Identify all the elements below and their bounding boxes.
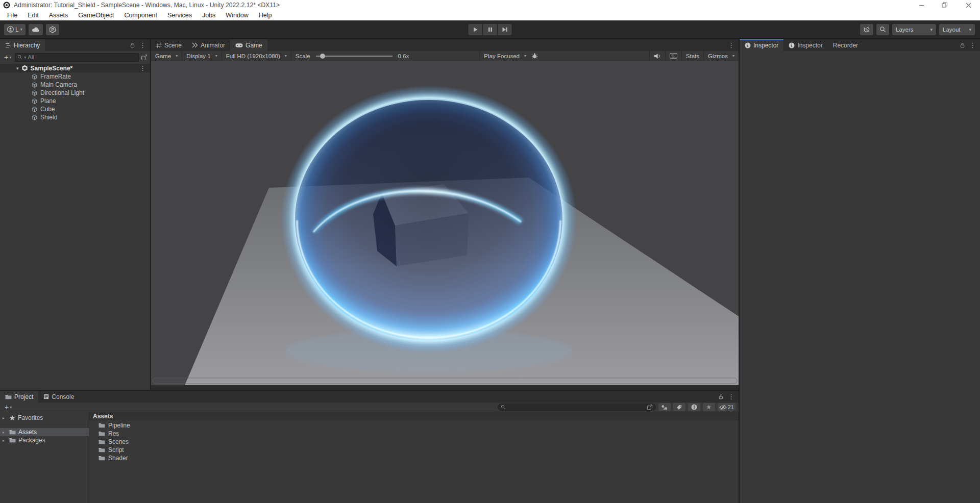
open-in-window-icon[interactable] bbox=[141, 54, 148, 61]
asset-folder-scenes[interactable]: Scenes bbox=[89, 438, 739, 446]
folder-icon bbox=[99, 447, 105, 452]
scene-header-row[interactable]: ▾ SampleScene* ⋮ bbox=[0, 64, 150, 72]
inspector-tabbar-tabs: InspectorInspectorRecorder bbox=[740, 39, 863, 51]
center-tabbar-tabs: SceneAnimatorGame bbox=[151, 39, 267, 51]
menu-assets[interactable]: Assets bbox=[44, 12, 74, 19]
layout-dropdown[interactable]: Layout ▾ bbox=[939, 24, 975, 35]
horizontal-scrollbar[interactable] bbox=[153, 378, 737, 384]
chevron-down-icon: ▾ bbox=[732, 54, 734, 58]
scale-slider-knob[interactable] bbox=[320, 54, 325, 59]
menu-component[interactable]: Component bbox=[119, 12, 162, 19]
close-button[interactable] bbox=[957, 0, 980, 10]
game-view-panel: SceneAnimatorGame ⋮ Game ▾ Display 1 ▾ F… bbox=[151, 39, 739, 390]
scale-slider[interactable] bbox=[316, 56, 393, 57]
menu-help[interactable]: Help bbox=[254, 12, 277, 19]
hierarchy-item-plane[interactable]: Plane bbox=[0, 97, 150, 105]
account-button[interactable]: L ▾ bbox=[4, 24, 26, 35]
minimize-button[interactable] bbox=[910, 0, 933, 10]
game-mode-dropdown[interactable]: Game ▾ bbox=[151, 51, 182, 61]
foldout-arrow-icon[interactable]: ▾ bbox=[16, 66, 19, 71]
tab-inspector[interactable]: Inspector bbox=[740, 39, 783, 51]
search-placeholder: All bbox=[28, 54, 34, 60]
menu-file[interactable]: File bbox=[2, 12, 22, 19]
project-search-input[interactable] bbox=[498, 404, 656, 411]
lock-icon[interactable] bbox=[718, 394, 724, 399]
kebab-menu-icon[interactable]: ⋮ bbox=[728, 42, 734, 48]
stats-button[interactable]: Stats bbox=[682, 51, 704, 61]
play-button[interactable] bbox=[469, 24, 482, 35]
project-tree-item-packages[interactable]: ▸Packages bbox=[0, 436, 89, 444]
debug-bug-icon[interactable] bbox=[531, 53, 538, 59]
menu-bar: FileEditAssetsGameObjectComponentService… bbox=[0, 10, 980, 20]
hierarchy-item-shield[interactable]: Shield bbox=[0, 113, 150, 121]
search-by-type-button[interactable] bbox=[658, 403, 671, 411]
foldout-arrow-icon[interactable]: ▸ bbox=[3, 416, 7, 420]
cube-icon bbox=[32, 82, 37, 88]
star-icon: ★ bbox=[706, 404, 712, 411]
search-by-import-log-button[interactable] bbox=[688, 403, 700, 411]
warning-circle-icon bbox=[691, 404, 697, 410]
kebab-menu-icon[interactable]: ⋮ bbox=[139, 65, 146, 71]
folder-icon bbox=[9, 430, 16, 435]
layers-dropdown[interactable]: Layers ▾ bbox=[892, 24, 936, 35]
search-everything-button[interactable] bbox=[876, 24, 889, 35]
hierarchy-search-input[interactable]: ▾ All bbox=[15, 53, 139, 62]
game-viewport[interactable] bbox=[151, 61, 739, 385]
kebab-menu-icon[interactable]: ⋮ bbox=[139, 42, 146, 48]
asset-folder-shader[interactable]: Shader bbox=[89, 454, 739, 462]
asset-folder-res[interactable]: Res bbox=[89, 430, 739, 438]
restore-button[interactable] bbox=[933, 0, 957, 10]
hidden-packages-count[interactable]: 21 bbox=[718, 403, 736, 411]
tab-label: Recorder bbox=[833, 42, 858, 49]
vsync-keyboard-button[interactable] bbox=[666, 51, 682, 61]
mute-audio-button[interactable] bbox=[649, 51, 666, 61]
cloud-button[interactable] bbox=[29, 24, 43, 35]
display-dropdown[interactable]: Display 1 ▾ bbox=[182, 51, 222, 61]
pause-button[interactable] bbox=[483, 24, 497, 35]
create-asset-button[interactable]: +▾ bbox=[3, 403, 13, 412]
menu-services[interactable]: Services bbox=[162, 12, 197, 19]
step-button[interactable] bbox=[498, 24, 512, 35]
kebab-menu-icon[interactable]: ⋮ bbox=[969, 42, 976, 48]
tab-game[interactable]: Game bbox=[230, 39, 267, 51]
lock-icon[interactable] bbox=[960, 42, 965, 48]
folder-icon bbox=[99, 431, 105, 436]
tab-animator[interactable]: Animator bbox=[187, 39, 230, 51]
lock-icon[interactable] bbox=[130, 42, 135, 48]
open-in-window-icon[interactable] bbox=[647, 404, 653, 410]
hierarchy-item-main-camera[interactable]: Main Camera bbox=[0, 81, 150, 89]
gizmos-dropdown[interactable]: Gizmos ▾ bbox=[704, 51, 739, 61]
asset-folder-script[interactable]: Script bbox=[89, 446, 739, 454]
tab-hierarchy[interactable]: Hierarchy bbox=[0, 39, 45, 51]
favorites-filter-button[interactable]: ★ bbox=[703, 403, 715, 411]
kebab-menu-icon[interactable]: ⋮ bbox=[728, 393, 734, 400]
plastic-scm-button[interactable] bbox=[46, 24, 59, 35]
tab-inspector[interactable]: Inspector bbox=[783, 39, 827, 51]
menu-edit[interactable]: Edit bbox=[22, 12, 44, 19]
tab-recorder[interactable]: Recorder bbox=[828, 39, 863, 51]
undo-history-button[interactable] bbox=[860, 24, 873, 35]
hierarchy-item-framerate[interactable]: FrameRate bbox=[0, 72, 150, 81]
tab-console[interactable]: Console bbox=[38, 391, 79, 403]
asset-folder-pipeline[interactable]: Pipeline bbox=[89, 421, 739, 430]
resolution-dropdown[interactable]: Full HD (1920x1080) ▾ bbox=[222, 51, 291, 61]
gamepad-icon bbox=[235, 43, 243, 48]
add-gameobject-button[interactable]: +▾ bbox=[3, 53, 13, 62]
menu-gameobject[interactable]: GameObject bbox=[73, 12, 119, 19]
stats-label: Stats bbox=[686, 53, 699, 59]
menu-window[interactable]: Window bbox=[220, 12, 253, 19]
menu-jobs[interactable]: Jobs bbox=[197, 12, 220, 19]
project-tree-item-favorites[interactable]: ▸Favorites bbox=[0, 414, 89, 422]
play-focused-dropdown[interactable]: Play Focused ▾ bbox=[479, 51, 530, 61]
foldout-arrow-icon[interactable]: ▸ bbox=[3, 430, 7, 435]
chevron-down-icon: ▾ bbox=[285, 54, 287, 58]
assets-breadcrumb-header[interactable]: Assets bbox=[89, 412, 739, 420]
foldout-arrow-icon[interactable]: ▸ bbox=[3, 438, 7, 443]
title-bar: Administrator: Tutorial_Shield - SampleS… bbox=[0, 0, 980, 10]
tab-scene[interactable]: Scene bbox=[151, 39, 187, 51]
hierarchy-item-directional-light[interactable]: Directional Light bbox=[0, 89, 150, 97]
search-by-label-button[interactable] bbox=[673, 403, 685, 411]
hierarchy-item-cube[interactable]: Cube bbox=[0, 105, 150, 113]
tab-project[interactable]: Project bbox=[0, 391, 38, 403]
project-tree-item-assets[interactable]: ▸Assets bbox=[0, 428, 89, 436]
